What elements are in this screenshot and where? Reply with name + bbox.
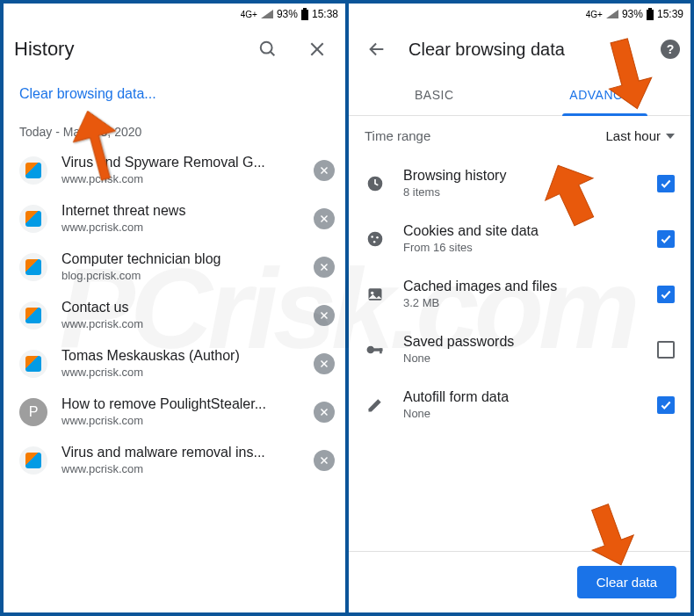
clear-option[interactable]: Cookies and site data From 16 sites — [349, 211, 690, 266]
delete-icon[interactable] — [314, 208, 335, 229]
clear-data-screen: 4G+ 93% 15:39 Clear browsing data ? BASI… — [349, 4, 690, 612]
delete-icon[interactable] — [314, 450, 335, 471]
checkbox[interactable] — [657, 286, 675, 303]
app-bar: History — [4, 25, 345, 74]
svg-rect-20 — [647, 10, 654, 20]
history-item[interactable]: Computer technician blogblog.pcrisk.com — [4, 243, 345, 291]
clear-option[interactable]: Browsing history 8 items — [349, 156, 690, 211]
svg-point-24 — [368, 231, 383, 246]
option-title: Saved passwords — [403, 334, 640, 350]
checkbox[interactable] — [657, 175, 675, 192]
cookie-icon — [365, 230, 386, 248]
app-bar: Clear browsing data ? — [349, 25, 690, 74]
delete-icon[interactable] — [314, 160, 335, 181]
history-url: www.pcrisk.com — [61, 414, 300, 427]
battery-icon — [647, 8, 654, 20]
battery-icon — [301, 8, 308, 20]
history-url: www.pcrisk.com — [61, 366, 300, 379]
favicon — [19, 301, 47, 330]
clear-data-button[interactable]: Clear data — [577, 566, 676, 598]
key-icon — [365, 344, 386, 355]
history-item[interactable]: Virus and Spyware Removal G...www.pcrisk… — [4, 146, 345, 194]
tab-basic[interactable]: BASIC — [349, 74, 520, 115]
page-title: History — [14, 38, 236, 61]
option-title: Cached images and files — [403, 279, 640, 294]
back-icon[interactable] — [359, 32, 394, 67]
clear-option[interactable]: Saved passwords None — [349, 322, 690, 377]
history-title: Virus and malware removal ins... — [61, 445, 300, 460]
signal-icon — [606, 10, 618, 18]
history-url: www.pcrisk.com — [61, 317, 300, 330]
search-icon[interactable] — [250, 32, 286, 67]
favicon — [19, 350, 47, 378]
option-sub: None — [403, 351, 640, 365]
option-title: Autofill form data — [403, 389, 640, 405]
checkbox[interactable] — [657, 341, 675, 359]
svg-point-25 — [371, 236, 373, 238]
pencil-icon — [365, 396, 386, 414]
svg-point-26 — [376, 236, 379, 239]
clock-icon — [365, 175, 386, 192]
checkbox[interactable] — [657, 396, 675, 414]
image-icon — [365, 286, 386, 303]
history-item[interactable]: Tomas Meskauskas (Author)www.pcrisk.com — [4, 339, 345, 388]
close-icon[interactable] — [300, 32, 335, 67]
svg-rect-0 — [301, 10, 308, 20]
clear-browsing-data-link[interactable]: Clear browsing data... — [4, 74, 345, 114]
history-title: Contact us — [61, 300, 300, 315]
option-sub: None — [403, 407, 640, 420]
svg-point-27 — [373, 241, 376, 243]
svg-rect-1 — [303, 8, 307, 10]
time-range-value: Last hour — [605, 128, 661, 143]
options-list: Browsing history 8 items Cookies and sit… — [349, 156, 690, 432]
svg-rect-21 — [648, 8, 652, 10]
checkbox[interactable] — [657, 230, 675, 248]
delete-icon[interactable] — [314, 305, 335, 326]
chevron-down-icon — [666, 134, 675, 139]
svg-point-2 — [261, 42, 272, 54]
history-url: www.pcrisk.com — [61, 462, 300, 475]
option-sub: 3.2 MB — [403, 296, 640, 309]
status-bar: 4G+ 93% 15:39 — [349, 4, 690, 25]
delete-icon[interactable] — [314, 402, 335, 423]
history-url: blog.pcrisk.com — [61, 269, 300, 282]
signal-icon — [261, 10, 273, 18]
favicon: P — [19, 398, 47, 426]
favicon — [19, 156, 47, 185]
time-range-label: Time range — [365, 128, 430, 143]
history-item[interactable]: Contact uswww.pcrisk.com — [4, 291, 345, 339]
footer: Clear data — [349, 551, 690, 612]
option-sub: From 16 sites — [403, 241, 640, 254]
history-title: Computer technician blog — [61, 251, 300, 267]
history-item[interactable]: PHow to remove PoulightStealer...www.pcr… — [4, 388, 345, 436]
clear-option[interactable]: Cached images and files 3.2 MB — [349, 266, 690, 322]
favicon — [19, 205, 47, 233]
svg-rect-32 — [380, 348, 382, 353]
favicon — [19, 446, 47, 475]
network-indicator: 4G+ — [586, 10, 603, 19]
delete-icon[interactable] — [314, 257, 335, 278]
battery-pct: 93% — [622, 8, 643, 20]
history-url: www.pcrisk.com — [61, 172, 300, 185]
option-sub: 8 items — [403, 185, 640, 199]
history-title: Internet threat news — [61, 203, 300, 219]
history-item[interactable]: Virus and malware removal ins...www.pcri… — [4, 436, 345, 484]
status-bar: 4G+ 93% 15:38 — [4, 4, 345, 25]
date-header: Today - March 3, 2020 — [4, 114, 345, 146]
clock: 15:39 — [657, 8, 683, 20]
help-icon[interactable]: ? — [661, 40, 680, 59]
battery-pct: 93% — [277, 8, 298, 20]
history-title: Virus and Spyware Removal G... — [61, 155, 300, 170]
history-title: Tomas Meskauskas (Author) — [61, 348, 300, 364]
delete-icon[interactable] — [314, 353, 335, 374]
network-indicator: 4G+ — [241, 10, 257, 19]
tab-advanced[interactable]: ADVANCED — [520, 74, 691, 115]
history-item[interactable]: Internet threat newswww.pcrisk.com — [4, 194, 345, 243]
clock: 15:38 — [312, 8, 338, 20]
history-url: www.pcrisk.com — [61, 221, 300, 234]
clear-option[interactable]: Autofill form data None — [349, 377, 690, 432]
page-title: Clear browsing data — [408, 40, 647, 60]
history-screen: 4G+ 93% 15:38 History Clear browsing dat… — [4, 4, 345, 612]
option-title: Cookies and site data — [403, 223, 640, 239]
time-range-selector[interactable]: Time range Last hour — [349, 116, 690, 156]
